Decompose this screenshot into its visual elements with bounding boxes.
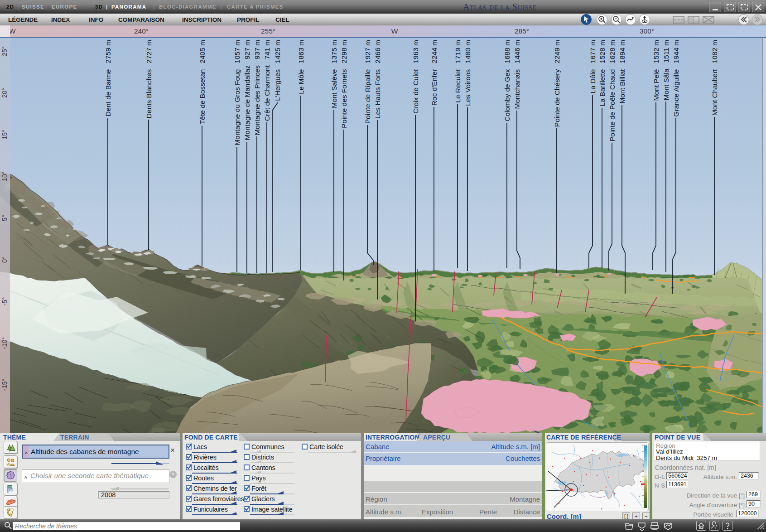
svg-text:La Dôle 1677 m: La Dôle 1677 m [589, 40, 597, 93]
svg-text:Colomby de Gex 1688 m: Colomby de Gex 1688 m [503, 40, 511, 121]
svg-text:Mont Billiat 1894 m: Mont Billiat 1894 m [618, 40, 626, 103]
svg-text:Mont Salève 1375 m: Mont Salève 1375 m [330, 40, 338, 108]
svg-text:Grande Aiguille 1944 m: Grande Aiguille 1944 m [672, 40, 680, 117]
svg-text:Pointe de Chésery 2249 m: Pointe de Chésery 2249 m [553, 40, 561, 127]
svg-text:Crêt de Charmont 741 m: Crêt de Charmont 741 m [263, 40, 271, 121]
svg-text:Pointe de Ripaille 1927 m: Pointe de Ripaille 1927 m [364, 40, 371, 124]
svg-text:Montchanais 1446 m: Montchanais 1446 m [513, 40, 521, 109]
svg-text:Les Voirons 1480 m: Les Voirons 1480 m [464, 40, 472, 106]
svg-text:Le Môle 1863 m: Le Môle 1863 m [297, 40, 305, 94]
svg-text:Les Hauts Forts 2466 m: Les Hauts Forts 2466 m [374, 40, 381, 119]
svg-text:Dents Blanches 2727 m: Dents Blanches 2727 m [145, 40, 153, 118]
svg-text:Montagne du Gros Foug 1057 m: Montagne du Gros Foug 1057 m [233, 40, 241, 145]
svg-text:Mont Pelé 1532 m: Mont Pelé 1532 m [652, 40, 660, 101]
svg-text:Le Reculet 1719 m: Le Reculet 1719 m [454, 40, 462, 103]
svg-text:La Barillette 1528 m: La Barillette 1528 m [598, 40, 606, 106]
svg-text:Montagne de Mandallaz 927 m: Montagne de Mandallaz 927 m [243, 40, 251, 140]
svg-text:Roc d'Enfer 2244 m: Roc d'Enfer 2244 m [430, 40, 438, 106]
svg-text:Dent de Barme 2759 m: Dent de Barme 2759 m [104, 40, 112, 116]
svg-text:L'Hergues 1425 m: L'Hergues 1425 m [274, 40, 281, 101]
svg-text:Montagne des Princes 937 m: Montagne des Princes 937 m [253, 40, 261, 135]
svg-text:Mont Chaubert 1082 m: Mont Chaubert 1082 m [711, 40, 718, 116]
svg-text:Tête de Bossetan 2405 m: Tête de Bossetan 2405 m [198, 40, 206, 124]
svg-text:Pointe de Poêle Chaud 1628 m: Pointe de Poêle Chaud 1628 m [608, 40, 616, 141]
svg-text:Croix de Culet 1963 m: Croix de Culet 1963 m [412, 40, 419, 114]
svg-text:Pointe des Fornets 2298 m: Pointe des Fornets 2298 m [340, 40, 348, 128]
svg-text:Mont Sâla 1511 m: Mont Sâla 1511 m [662, 40, 670, 100]
